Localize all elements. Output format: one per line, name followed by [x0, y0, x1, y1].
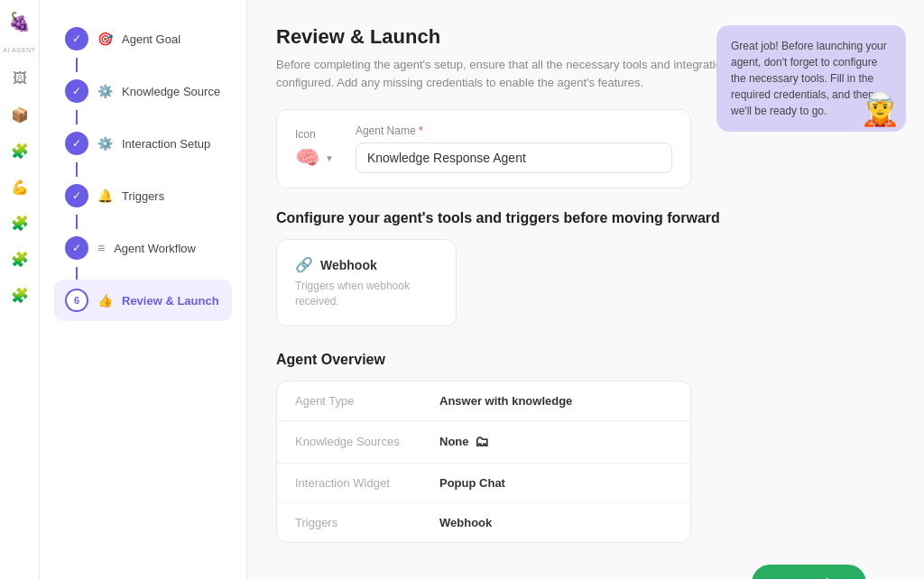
tool-name-webhook: Webhook — [320, 258, 377, 272]
agent-name-input[interactable] — [356, 142, 672, 173]
step-label-3: Interaction Setup — [122, 137, 210, 151]
knowledge-sources-stack-icon: 🗂 — [475, 434, 489, 450]
step-icon-2: ⚙️ — [97, 84, 113, 98]
overview-val-interaction-widget: Popup Chat — [439, 476, 505, 490]
step-label-4: Triggers — [122, 189, 164, 203]
nav-icon-puzzle4[interactable]: 🧩 — [5, 280, 34, 309]
overview-table: Agent Type Answer with knowledge Knowled… — [276, 381, 691, 543]
step-agent-goal[interactable]: ✓ 🎯 Agent Goal — [54, 18, 232, 60]
step-label-1: Agent Goal — [122, 32, 180, 46]
nav-icon-puzzle2[interactable]: 🧩 — [5, 208, 34, 237]
agent-name-input-group: Agent Name * — [356, 124, 672, 173]
step-icon-5: ≡ — [97, 241, 105, 255]
overview-row-agent-type: Agent Type Answer with knowledge — [277, 381, 690, 421]
agent-icon-emoji: 🧠 — [295, 146, 319, 170]
step-icon-6: 👍 — [97, 293, 113, 308]
required-asterisk: * — [419, 124, 423, 137]
tool-description-webhook: Triggers when webhook received. — [295, 279, 438, 309]
step-interaction-setup[interactable]: ✓ ⚙️ Interaction Setup — [54, 123, 232, 164]
overview-key-triggers: Triggers — [295, 516, 439, 529]
nav-icon-box[interactable]: 📦 — [5, 100, 34, 129]
step-circle-4: ✓ — [65, 184, 88, 207]
step-label-5: Agent Workflow — [114, 242, 196, 255]
overview-val-triggers: Webhook — [439, 516, 492, 529]
overview-val-knowledge-sources: None 🗂 — [439, 434, 489, 450]
name-label: Agent Name * — [356, 124, 672, 137]
overview-key-interaction-widget: Interaction Widget — [295, 476, 439, 490]
step-review-launch[interactable]: 6 👍 Review & Launch — [54, 280, 232, 321]
step-knowledge-source[interactable]: ✓ ⚙️ Knowledge Source — [54, 70, 232, 112]
nav-icon-puzzle3[interactable]: 🧩 — [5, 244, 34, 273]
step-circle-6: 6 — [65, 289, 88, 312]
tooltip-mascot: 🧝 — [860, 90, 901, 128]
webhook-icon: 🔗 — [295, 256, 313, 273]
icon-bar: 🍇 AI AGENT 🖼 📦 🧩 💪 🧩 🧩 🧩 — [0, 0, 40, 579]
agent-name-field-row: Icon 🧠 ▼ Agent Name * — [295, 124, 672, 173]
step-icon-4: 🔔 — [97, 188, 113, 203]
step-icon-3: ⚙️ — [97, 136, 113, 151]
overview-row-knowledge-sources: Knowledge Sources None 🗂 — [277, 421, 690, 464]
overview-val-agent-type: Answer with knowledge — [439, 394, 572, 408]
overview-key-knowledge-sources: Knowledge Sources — [295, 435, 439, 448]
overview-key-agent-type: Agent Type — [295, 394, 439, 408]
steps-sidebar: ✓ 🎯 Agent Goal ✓ ⚙️ Knowledge Source ✓ ⚙… — [40, 0, 247, 579]
icon-label: Icon — [295, 128, 334, 141]
chevron-down-icon: ▼ — [325, 153, 334, 163]
nav-icon-arm[interactable]: 💪 — [5, 172, 34, 201]
overview-row-interaction-widget: Interaction Widget Popup Chat — [277, 464, 690, 503]
step-agent-workflow[interactable]: ✓ ≡ Agent Workflow — [54, 227, 232, 269]
step-circle-1: ✓ — [65, 27, 88, 51]
tool-card-header-webhook: 🔗 Webhook — [295, 256, 438, 273]
tool-card-webhook[interactable]: 🔗 Webhook Triggers when webhook received… — [276, 239, 457, 326]
tools-grid: 🔗 Webhook Triggers when webhook received… — [276, 239, 895, 326]
configure-title: Configure your agent's tools and trigger… — [276, 210, 895, 226]
agent-name-section: Icon 🧠 ▼ Agent Name * — [276, 109, 691, 188]
step-label-2: Knowledge Source — [122, 85, 220, 98]
icon-picker-group: Icon 🧠 ▼ — [295, 128, 334, 170]
launch-button[interactable]: Launch — [752, 565, 866, 579]
step-icon-1: 🎯 — [97, 32, 113, 46]
nav-icon-gallery[interactable]: 🖼 — [5, 64, 34, 93]
bottom-bar: Launch — [276, 550, 895, 579]
step-label-6: Review & Launch — [122, 294, 219, 308]
app-logo: 🍇 — [8, 11, 31, 32]
step-circle-5: ✓ — [65, 236, 88, 260]
step-circle-2: ✓ — [65, 79, 88, 103]
overview-title: Agent Overview — [276, 352, 895, 368]
app-name: AI AGENT — [3, 47, 35, 53]
overview-row-triggers: Triggers Webhook — [277, 503, 690, 542]
step-triggers[interactable]: ✓ 🔔 Triggers — [54, 175, 232, 216]
nav-icon-puzzle[interactable]: 🧩 — [5, 136, 34, 165]
icon-picker[interactable]: 🧠 ▼ — [295, 146, 334, 170]
step-circle-3: ✓ — [65, 132, 88, 155]
